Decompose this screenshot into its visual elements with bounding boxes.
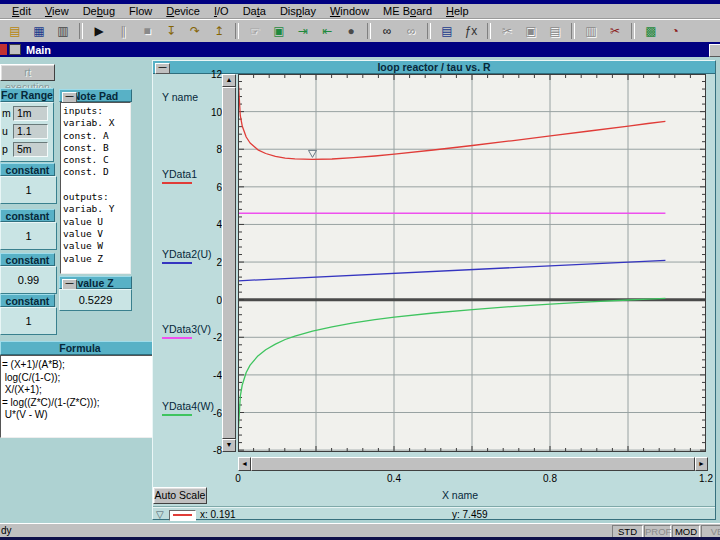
constant-title[interactable]: constant A — [0, 163, 55, 176]
scroll-left-icon[interactable]: ◄ — [238, 457, 251, 471]
scroll-down-icon[interactable]: ▼ — [222, 439, 236, 452]
titlebar-button[interactable] — [709, 44, 720, 57]
timer-icon[interactable]: ◔ — [664, 21, 686, 41]
legend-swatch — [162, 182, 192, 184]
menu-item-display[interactable]: Display — [273, 4, 323, 18]
menu-item-view[interactable]: View — [38, 4, 76, 18]
x-tick-label: 0.4 — [374, 473, 414, 484]
sphere-icon[interactable]: ● — [340, 21, 362, 41]
legend-label[interactable]: YData1 — [162, 168, 197, 180]
properties-icon[interactable]: ▤ — [436, 21, 458, 41]
formula-text[interactable]: = (X+1)/(A*B); log(C/(1-C)); X/(X+1); = … — [0, 355, 157, 438]
start-execution-button[interactable]: rt execution — [0, 64, 55, 81]
toolbar-separator — [427, 23, 431, 39]
toolbar-separator — [487, 23, 491, 39]
formula-title[interactable]: Formula — [0, 341, 160, 355]
y-axis-name: Y name — [162, 91, 198, 103]
menu-item-flow[interactable]: Flow — [122, 4, 159, 18]
minimize-icon[interactable]: — — [155, 63, 170, 74]
scroll-right-icon[interactable]: ► — [695, 457, 708, 471]
function-icon[interactable]: ƒx — [460, 21, 482, 41]
picture-icon[interactable]: ▩ — [640, 21, 662, 41]
red-line-swatch — [173, 514, 192, 516]
marker-y-readout: y: 7.459 — [452, 509, 488, 520]
step-into-icon[interactable]: ↧ — [160, 21, 182, 41]
legend-label[interactable]: YData4(W) — [162, 400, 214, 412]
print-icon[interactable]: ▥ — [52, 21, 74, 41]
menu-item-data[interactable]: Data — [236, 4, 273, 18]
open-folder-icon[interactable]: ▤ — [4, 21, 26, 41]
x-tick-label: 0.8 — [530, 473, 570, 484]
menu-item-device[interactable]: Device — [159, 4, 207, 18]
delete-terminal-icon[interactable]: ⇤ — [316, 21, 338, 41]
select-object-icon[interactable]: ▣ — [268, 21, 290, 41]
plot-title: loop reactor / tau vs. R — [377, 61, 490, 73]
find-next-icon[interactable]: ∞ — [400, 21, 422, 41]
value-z-title: value Z — [77, 277, 113, 289]
value-z-value: 0.5229 — [59, 289, 132, 311]
hand-icon[interactable]: ☞ — [244, 21, 266, 41]
save-icon[interactable]: ▦ — [28, 21, 50, 41]
find-icon[interactable]: ∞ — [376, 21, 398, 41]
note-pad-lines: inputs: variab. X const. A const. B cons… — [63, 105, 130, 265]
toolbar-separator — [367, 23, 371, 39]
main-window-title: Main — [26, 44, 51, 56]
note-pad-text[interactable]: inputs: variab. X const. A const. B cons… — [60, 102, 131, 274]
constant-value: 1 — [0, 176, 57, 204]
y-tick-label: 10 — [188, 107, 222, 118]
trim-icon[interactable]: ✂ — [604, 21, 626, 41]
toolbar-separator — [79, 23, 83, 39]
status-bar: dy STDPROFMODVB — [0, 523, 720, 537]
y-tick-label: 0 — [188, 295, 222, 306]
marker-triangle-icon[interactable]: ▽ — [156, 509, 164, 520]
constant-title[interactable]: constant B — [0, 209, 55, 222]
plot-window-titlebar[interactable]: — loop reactor / tau vs. R — [153, 61, 715, 74]
plot-canvas[interactable] — [238, 74, 706, 452]
add-terminal-icon[interactable]: ⇥ — [292, 21, 314, 41]
cut-icon[interactable]: ✂ — [496, 21, 518, 41]
menu-item-me-board[interactable]: ME Board — [376, 4, 439, 18]
screen: EditViewDebugFlowDeviceI/ODataDisplayWin… — [0, 0, 720, 540]
window-icon — [9, 44, 21, 55]
menu-item-window[interactable]: Window — [323, 4, 376, 18]
main-window-titlebar[interactable]: Main — [0, 42, 720, 57]
for-range-field[interactable]: 1m — [13, 106, 48, 121]
divider — [153, 506, 715, 508]
auto-scale-button[interactable]: Auto Scale — [153, 487, 207, 504]
vertical-scroll-thumb[interactable] — [222, 87, 236, 439]
y-tick-label: 6 — [188, 182, 222, 193]
menu-item-edit[interactable]: Edit — [5, 4, 38, 18]
step-out-icon[interactable]: ↥ — [208, 21, 230, 41]
menu-item-help[interactable]: Help — [439, 4, 476, 18]
legend-swatch — [162, 337, 192, 339]
constant-value: 1 — [0, 307, 57, 335]
constant-value: 1 — [0, 222, 57, 250]
legend-label[interactable]: YData2(U) — [162, 248, 212, 260]
run-icon[interactable]: ▶ — [88, 21, 110, 41]
for-range-field[interactable]: 1.1 — [13, 124, 48, 139]
menu-bar: EditViewDebugFlowDeviceI/ODataDisplayWin… — [0, 4, 720, 19]
x-axis-name: X name — [420, 489, 500, 501]
constant-title[interactable]: constant D — [0, 294, 55, 307]
menu-item-debug[interactable]: Debug — [76, 4, 122, 18]
paste-format-icon[interactable]: ▥ — [580, 21, 602, 41]
value-z-titlebar[interactable]: — value Z — [59, 276, 132, 289]
stop-icon[interactable]: ■ — [136, 21, 158, 41]
copy-icon[interactable]: ▣ — [520, 21, 542, 41]
paste-icon[interactable]: ▤ — [544, 21, 566, 41]
horizontal-scroll-thumb[interactable] — [251, 457, 695, 471]
constant-title[interactable]: constant C — [0, 253, 55, 266]
pause-icon[interactable]: ∥ — [112, 21, 134, 41]
for-range-field[interactable]: 5m — [13, 142, 48, 157]
scroll-up-icon[interactable]: ▲ — [222, 74, 236, 87]
legend-label[interactable]: YData3(V) — [162, 323, 211, 335]
plot-horizontal-scrollbar[interactable]: ◄ ► — [238, 457, 708, 471]
menu-item-io[interactable]: I/O — [207, 4, 236, 18]
note-pad-titlebar[interactable]: — Note Pad — [59, 89, 132, 102]
for-range-row-label: m — [2, 107, 11, 119]
marker-series-swatch[interactable] — [169, 510, 196, 521]
step-over-icon[interactable]: ↷ — [184, 21, 206, 41]
y-tick-label: 8 — [188, 144, 222, 155]
plot-vertical-scrollbar[interactable]: ▲ ▼ — [222, 74, 236, 452]
for-range-title[interactable]: For Range — [0, 88, 54, 102]
